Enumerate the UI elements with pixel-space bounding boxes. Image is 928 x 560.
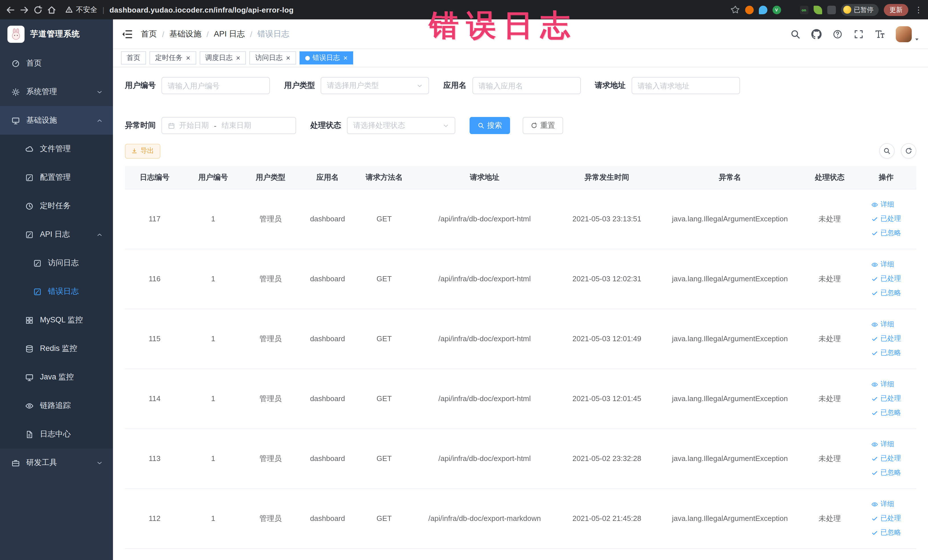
sidebar-item-13[interactable]: 日志中心 — [0, 420, 113, 449]
process-status-select[interactable]: 请选择处理状态 — [347, 117, 455, 134]
sidebar-fold-icon[interactable] — [122, 28, 133, 40]
sidebar-item-12[interactable]: 链路追踪 — [0, 391, 113, 420]
search-button[interactable]: 搜索 — [470, 117, 510, 134]
github-icon[interactable] — [811, 29, 821, 39]
chevron-down-icon — [96, 459, 103, 466]
tab-4[interactable]: 错误日志× — [299, 51, 353, 64]
detail-link[interactable]: 详细 — [872, 259, 894, 269]
tab-3[interactable]: 访问日志× — [249, 51, 296, 64]
browser-back-icon[interactable] — [6, 5, 15, 15]
gear-icon — [11, 88, 20, 96]
breadcrumb-item-1[interactable]: 基础设施 — [169, 29, 201, 39]
sidebar-item-5[interactable]: 定时任务 — [0, 192, 113, 220]
request-url-input[interactable] — [631, 77, 740, 94]
ext-on-icon[interactable]: on — [800, 5, 808, 14]
detail-link[interactable]: 详细 — [872, 439, 894, 449]
ext-green-icon[interactable]: V — [772, 5, 781, 14]
tab-1[interactable]: 定时任务× — [150, 51, 196, 64]
action-links: 详细已处理已忽略 — [872, 200, 901, 238]
browser-forward-icon[interactable] — [20, 5, 29, 15]
close-icon[interactable]: × — [186, 54, 190, 62]
close-icon[interactable]: × — [343, 54, 348, 62]
eye-icon — [872, 201, 878, 208]
filter-request-url: 请求地址 — [595, 77, 740, 94]
ext-leaf-icon[interactable] — [814, 5, 822, 14]
detail-link[interactable]: 详细 — [872, 379, 894, 389]
cell-status: 未处理 — [803, 369, 856, 429]
tags-view-bar: 首页定时任务×调度日志×访问日志×错误日志× — [113, 49, 928, 67]
sidebar-item-11[interactable]: Java 监控 — [0, 363, 113, 391]
ext-orange-icon[interactable] — [745, 5, 753, 14]
reset-button[interactable]: 重置 — [523, 117, 563, 134]
cell-exception: java.lang.IllegalArgumentException — [657, 189, 803, 249]
mark-processed-link[interactable]: 已处理 — [872, 394, 901, 403]
close-icon[interactable]: × — [286, 54, 290, 62]
sidebar-item-label: 研发工具 — [26, 458, 57, 468]
sidebar-item-2[interactable]: 基础设施 — [0, 106, 113, 135]
breadcrumb-item-2[interactable]: API 日志 — [214, 29, 245, 39]
sidebar-item-1[interactable]: 系统管理 — [0, 78, 113, 106]
detail-link[interactable]: 详细 — [872, 200, 894, 209]
bookmark-star-icon[interactable] — [731, 5, 740, 14]
sidebar-item-label: 文件管理 — [40, 144, 71, 154]
action-label: 已忽略 — [881, 348, 901, 358]
filter-exception-time: 异常时间 开始日期 - 结束日期 — [125, 117, 296, 134]
profile-paused-badge[interactable]: 已暂停 — [841, 4, 879, 16]
sidebar-item-3[interactable]: 文件管理 — [0, 135, 113, 163]
app-name-input[interactable] — [472, 77, 580, 94]
action-label: 已忽略 — [881, 408, 901, 418]
user-type-select[interactable]: 请选择用户类型 — [321, 77, 429, 94]
breadcrumb-separator: / — [206, 29, 209, 38]
sidebar-item-6[interactable]: API 日志 — [0, 220, 113, 249]
mark-processed-link[interactable]: 已处理 — [872, 453, 901, 463]
mark-processed-link[interactable]: 已处理 — [872, 214, 901, 224]
sidebar-item-9[interactable]: MySQL 监控 — [0, 306, 113, 334]
close-icon[interactable]: × — [236, 54, 240, 62]
detail-link[interactable]: 详细 — [872, 319, 894, 329]
sidebar-item-0[interactable]: 首页 — [0, 49, 113, 78]
doc-icon — [25, 430, 34, 438]
ext-drop-icon[interactable] — [759, 5, 767, 14]
security-chip[interactable]: 不安全 — [65, 5, 97, 15]
user-menu[interactable] — [896, 26, 920, 42]
ext-grid-icon[interactable] — [786, 5, 795, 14]
mark-ignored-link[interactable]: 已忽略 — [872, 228, 901, 238]
sidebar-item-4[interactable]: 配置管理 — [0, 163, 113, 192]
browser-menu-icon[interactable]: ⋮ — [914, 5, 923, 14]
fullscreen-icon[interactable] — [853, 29, 864, 39]
ext-puzzle-icon[interactable] — [827, 5, 836, 14]
export-button[interactable]: 导出 — [125, 143, 160, 158]
browser-update-button[interactable]: 更新 — [884, 4, 908, 16]
sidebar-item-7[interactable]: 访问日志 — [0, 249, 113, 277]
mark-ignored-link[interactable]: 已忽略 — [872, 468, 901, 478]
mark-ignored-link[interactable]: 已忽略 — [872, 348, 901, 358]
sidebar-item-8[interactable]: 错误日志 — [0, 277, 113, 306]
refresh-table-button[interactable] — [901, 143, 916, 159]
check-icon — [872, 230, 878, 237]
toggle-search-button[interactable] — [879, 143, 894, 159]
user-id-input[interactable] — [162, 77, 270, 94]
detail-link[interactable]: 详细 — [872, 499, 894, 509]
font-size-icon[interactable] — [875, 29, 885, 39]
cell-log_id: 112 — [125, 488, 184, 548]
date-range-picker[interactable]: 开始日期 - 结束日期 — [162, 117, 296, 134]
breadcrumb: 首页/基础设施/API 日志/错误日志 — [141, 29, 289, 39]
address-bar[interactable]: dashboard.yudao.iocoder.cn/infra/log/api… — [110, 5, 294, 14]
sidebar-item-10[interactable]: Redis 监控 — [0, 334, 113, 363]
mark-ignored-link[interactable]: 已忽略 — [872, 408, 901, 418]
breadcrumb-item-0[interactable]: 首页 — [141, 29, 157, 39]
help-icon[interactable] — [832, 29, 843, 39]
mark-ignored-link[interactable]: 已忽略 — [872, 288, 901, 298]
browser-reload-icon[interactable] — [33, 5, 43, 15]
sidebar-item-14[interactable]: 研发工具 — [0, 449, 113, 477]
app-logo[interactable]: 芋道管理系统 — [0, 20, 113, 49]
browser-home-icon[interactable] — [47, 5, 56, 15]
chevron-down-icon — [914, 36, 920, 42]
mark-ignored-link[interactable]: 已忽略 — [872, 528, 901, 537]
tab-0[interactable]: 首页 — [121, 51, 146, 64]
header-search-icon[interactable] — [790, 29, 800, 39]
tab-2[interactable]: 调度日志× — [199, 51, 246, 64]
mark-processed-link[interactable]: 已处理 — [872, 514, 901, 523]
mark-processed-link[interactable]: 已处理 — [872, 274, 901, 284]
mark-processed-link[interactable]: 已处理 — [872, 334, 901, 343]
